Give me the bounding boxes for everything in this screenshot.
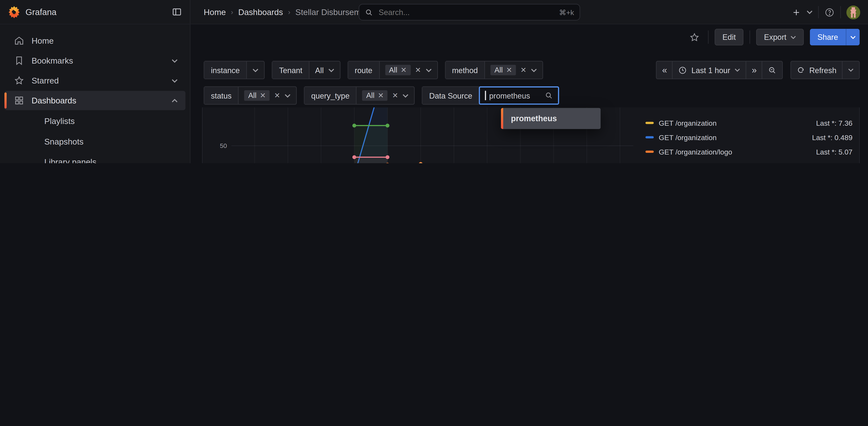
filter-chip[interactable]: All ✕ bbox=[244, 90, 270, 101]
clear-filter-icon[interactable]: ✕ bbox=[274, 91, 280, 100]
time-range-picker[interactable]: Last 1 hour bbox=[672, 61, 746, 79]
refresh-interval-chevron[interactable] bbox=[842, 61, 860, 79]
time-forward-button[interactable]: » bbox=[746, 61, 762, 79]
filter-label: Data Source bbox=[423, 87, 479, 104]
remove-chip-icon[interactable]: ✕ bbox=[401, 66, 406, 74]
sidebar-item-playlists[interactable]: Playlists bbox=[4, 111, 185, 130]
filter-instance[interactable]: instance bbox=[204, 61, 265, 79]
filter-value[interactable]: All bbox=[315, 66, 324, 74]
legend-row[interactable]: GET /paymentsLast *: 10.4 bbox=[646, 159, 852, 163]
legend-row[interactable]: GET /organizationLast *: 7.36 bbox=[646, 116, 852, 130]
add-chevron-icon[interactable] bbox=[807, 10, 813, 14]
chevron-down-icon[interactable] bbox=[531, 68, 537, 72]
datasource-value: prometheus bbox=[489, 91, 541, 100]
filter-route[interactable]: routeAll ✕✕ bbox=[347, 61, 438, 79]
clock-icon bbox=[678, 66, 687, 74]
filter-query_type[interactable]: query_typeAll ✕✕ bbox=[304, 87, 415, 105]
sidebar-toggle-icon[interactable] bbox=[172, 6, 182, 17]
search-icon bbox=[365, 8, 373, 16]
chevron-up-icon[interactable] bbox=[172, 98, 178, 103]
dropdown-option-prometheus[interactable]: prometheus bbox=[501, 108, 600, 129]
datasource-dropdown: prometheus bbox=[501, 108, 600, 129]
share-button[interactable]: Share bbox=[810, 29, 846, 45]
chevron-down-icon bbox=[850, 35, 856, 39]
dashboard-main: 11:1011:1511:2011:2511:3011:3511:4011:45… bbox=[190, 24, 868, 163]
breadcrumb-home[interactable]: Home bbox=[204, 7, 226, 17]
sidebar-item-starred[interactable]: Starred bbox=[4, 71, 185, 90]
series-color-dash bbox=[646, 136, 654, 139]
remove-chip-icon[interactable]: ✕ bbox=[506, 66, 512, 74]
chevron-down-icon[interactable] bbox=[253, 68, 259, 72]
filter-tenant[interactable]: TenantAll bbox=[272, 61, 340, 79]
chevron-down-icon[interactable] bbox=[426, 68, 432, 72]
sidebar-item-snapshots[interactable]: Snapshots bbox=[4, 131, 185, 151]
filter-label: instance bbox=[204, 61, 247, 79]
apps-icon bbox=[13, 95, 24, 106]
zoom-out-icon bbox=[768, 66, 777, 74]
time-back-button[interactable]: « bbox=[656, 61, 673, 79]
refresh-icon bbox=[797, 66, 805, 74]
dashboard-controls: Edit Export Share instanceTenantAllroute… bbox=[190, 24, 868, 108]
chevron-down-icon bbox=[735, 68, 740, 72]
sidebar-item-bookmarks[interactable]: Bookmarks bbox=[4, 51, 185, 70]
series-label: GET /organization bbox=[659, 133, 717, 141]
star-button[interactable] bbox=[687, 29, 702, 45]
help-icon[interactable] bbox=[824, 7, 835, 18]
series-label: GET /payments bbox=[659, 162, 709, 163]
user-avatar[interactable] bbox=[846, 5, 860, 19]
filter-chip[interactable]: All ✕ bbox=[362, 90, 388, 101]
filter-chip[interactable]: All ✕ bbox=[491, 65, 516, 75]
chevron-down-icon[interactable] bbox=[172, 79, 178, 83]
series-last-value: Last *: 7.36 bbox=[816, 119, 852, 127]
refresh-button[interactable]: Refresh bbox=[790, 61, 843, 79]
grafana-logo[interactable] bbox=[8, 5, 21, 18]
zoom-out-button[interactable] bbox=[762, 61, 783, 79]
refresh-label: Refresh bbox=[809, 66, 836, 74]
share-chevron-button[interactable] bbox=[846, 29, 860, 45]
series-label: GET /organization bbox=[659, 119, 717, 127]
chevron-down-icon[interactable] bbox=[328, 68, 334, 72]
filter-status[interactable]: statusAll ✕✕ bbox=[204, 87, 297, 105]
sidebar-item-home[interactable]: Home bbox=[4, 31, 185, 50]
series-last-value: Last *: 5.07 bbox=[816, 148, 852, 156]
star-icon bbox=[13, 75, 24, 86]
filter-data-source[interactable]: Data Sourceprometheus bbox=[422, 87, 559, 105]
remove-chip-icon[interactable]: ✕ bbox=[378, 91, 384, 100]
bookmark-icon bbox=[13, 55, 24, 66]
chevron-down-icon[interactable] bbox=[285, 93, 291, 98]
filter-label: query_type bbox=[305, 87, 356, 104]
filter-row-2: statusAll ✕✕query_typeAll ✕✕Data Sourcep… bbox=[204, 87, 559, 105]
chevron-down-icon[interactable] bbox=[172, 59, 178, 63]
time-controls: « Last 1 hour » Refresh bbox=[656, 61, 860, 79]
series-last-value: Last *: 10.4 bbox=[816, 162, 852, 163]
clear-filter-icon[interactable]: ✕ bbox=[392, 91, 398, 100]
search-field[interactable] bbox=[378, 7, 555, 17]
filter-chip[interactable]: All ✕ bbox=[385, 65, 410, 75]
clear-filter-icon[interactable]: ✕ bbox=[415, 66, 421, 74]
series-label: GET /organization/logo bbox=[659, 148, 733, 156]
legend-row[interactable]: GET /organizationLast *: 0.489 bbox=[646, 130, 852, 145]
export-button[interactable]: Export bbox=[756, 29, 804, 45]
add-icon[interactable] bbox=[792, 7, 801, 17]
selected-indicator bbox=[501, 108, 503, 129]
series-last-value: Last *: 0.489 bbox=[812, 133, 852, 141]
clear-filter-icon[interactable]: ✕ bbox=[521, 66, 526, 74]
time-range-label: Last 1 hour bbox=[691, 66, 730, 74]
datasource-input[interactable]: prometheus bbox=[479, 87, 559, 105]
chevron-down-icon[interactable] bbox=[403, 93, 409, 98]
sidebar-item-library-panels[interactable]: Library panels bbox=[4, 152, 185, 163]
breadcrumb-separator: › bbox=[231, 8, 233, 16]
series-color-dash bbox=[646, 122, 654, 124]
remove-chip-icon[interactable]: ✕ bbox=[260, 91, 266, 100]
breadcrumb-dashboards[interactable]: Dashboards bbox=[238, 7, 283, 17]
search-input[interactable]: ⌘+k bbox=[359, 4, 580, 20]
chevron-down-icon bbox=[848, 68, 854, 72]
grafana-app: Grafana Home › Dashboards › Stellar Disb… bbox=[0, 0, 868, 163]
filter-method[interactable]: methodAll ✕✕ bbox=[445, 61, 543, 79]
filter-label: status bbox=[204, 87, 239, 104]
legend-row[interactable]: GET /organization/logoLast *: 5.07 bbox=[646, 145, 852, 159]
sidebar-nav: HomeBookmarksStarredDashboardsPlaylistsS… bbox=[0, 24, 190, 163]
svg-text:50: 50 bbox=[220, 142, 227, 149]
sidebar-item-dashboards[interactable]: Dashboards bbox=[4, 91, 185, 110]
edit-button[interactable]: Edit bbox=[715, 29, 743, 45]
